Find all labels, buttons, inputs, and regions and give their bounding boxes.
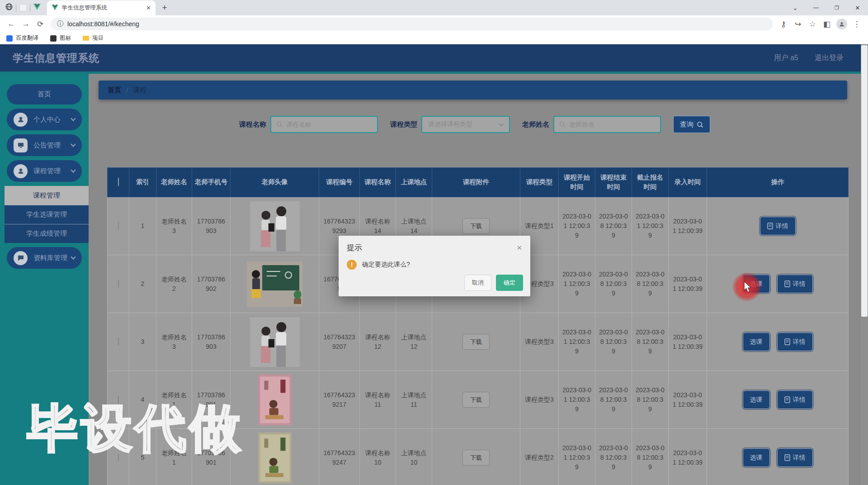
- pinned-tab-blank[interactable]: [19, 4, 27, 11]
- forward-icon[interactable]: →: [19, 17, 33, 31]
- detail-button[interactable]: 详情: [760, 217, 796, 235]
- col-teacher-name: 老师姓名: [156, 168, 192, 197]
- window-restore-icon[interactable]: ❐: [826, 5, 847, 11]
- col-type: 课程类型: [520, 168, 559, 197]
- window-close-icon[interactable]: ✕: [847, 5, 868, 11]
- detail-button[interactable]: 详情: [777, 275, 813, 293]
- col-deadline: 截止报名时间: [632, 168, 669, 197]
- icons-bookmark-icon: [50, 35, 57, 42]
- browser-tab-strip: 学生信息管理系统 ✕ + ⌄ — ❐ ✕: [0, 0, 868, 15]
- side-panel-icon[interactable]: ◧: [820, 17, 834, 31]
- col-created: 录入时间: [669, 168, 707, 197]
- download-button[interactable]: 下载: [462, 450, 490, 466]
- select-course-button[interactable]: 选课: [743, 390, 770, 409]
- filter-bar: 课程名称 课程类型 请选择课程类型 老师姓名 查询: [239, 115, 710, 133]
- vue-favicon: [52, 4, 58, 12]
- dialog-message: 确定要选此课么?: [362, 261, 410, 269]
- col-teacher-phone: 老师手机号: [192, 168, 231, 197]
- row-checkbox[interactable]: [118, 280, 119, 288]
- chevron-down-icon: [499, 121, 504, 126]
- pinned-tab-vue-icon[interactable]: [33, 4, 41, 12]
- bookmark-baidu-translate[interactable]: 百度翻译: [6, 34, 38, 42]
- detail-button[interactable]: 详情: [777, 390, 813, 409]
- col-actions: 操作: [707, 168, 849, 197]
- detail-button[interactable]: 详情: [777, 448, 813, 467]
- search-icon: [697, 121, 703, 128]
- address-bar[interactable]: ⓘ localhost:8081/#/kecheng: [51, 18, 773, 30]
- document-icon: [784, 454, 790, 461]
- col-end-time: 课程结束时间: [595, 168, 632, 197]
- select-course-button[interactable]: 选课: [743, 333, 770, 351]
- reload-icon[interactable]: ⟳: [33, 17, 47, 31]
- course-name-label: 课程名称: [239, 120, 266, 129]
- cancel-button[interactable]: 取消: [464, 275, 491, 291]
- select-all-checkbox[interactable]: [118, 178, 119, 186]
- col-course-no: 课程编号: [319, 168, 360, 197]
- document-icon: [784, 396, 790, 403]
- course-name-input[interactable]: [286, 121, 372, 128]
- submenu-student-grades[interactable]: 学生成绩管理: [5, 224, 89, 243]
- breadcrumb-home[interactable]: 首页: [108, 86, 121, 95]
- row-checkbox[interactable]: [118, 338, 119, 346]
- scrollbar-thumb[interactable]: [861, 45, 868, 317]
- download-button[interactable]: 下载: [462, 218, 490, 234]
- teacher-name-input[interactable]: [569, 121, 655, 128]
- site-info-icon[interactable]: ⓘ: [57, 20, 63, 28]
- password-key-icon[interactable]: ⚷: [777, 17, 790, 31]
- scrollbar[interactable]: [861, 44, 868, 485]
- download-button[interactable]: 下载: [462, 392, 490, 408]
- sidebar-item-personal-center[interactable]: 个人中心: [7, 109, 82, 130]
- search-button[interactable]: 查询: [673, 116, 710, 133]
- teacher-name-label: 老师姓名: [522, 120, 549, 129]
- database-icon: [14, 251, 28, 265]
- detail-button[interactable]: 详情: [777, 333, 813, 351]
- download-button[interactable]: 下载: [462, 334, 490, 350]
- document-icon: [784, 338, 790, 345]
- folder-icon: [83, 36, 89, 41]
- col-start-time: 课程开始时间: [559, 168, 595, 197]
- sidebar-item-home[interactable]: 首页: [7, 84, 82, 105]
- logout-link[interactable]: 退出登录: [815, 53, 844, 63]
- sidebar-item-course-management[interactable]: 课程管理: [7, 160, 82, 182]
- browser-tab-active[interactable]: 学生信息管理系统 ✕: [47, 0, 156, 15]
- new-tab-button[interactable]: +: [158, 3, 171, 13]
- col-attachment: 课程附件: [432, 168, 520, 197]
- course-type-placeholder: 请选择课程类型: [428, 120, 472, 128]
- url-text[interactable]: localhost:8081/#/kecheng: [67, 20, 139, 28]
- globe-extension-icon[interactable]: [5, 3, 13, 12]
- current-user-label[interactable]: 用户 a5: [774, 53, 798, 63]
- chevron-down-icon: [71, 142, 75, 147]
- app-header: 学生信息管理系统 用户 a5 退出登录: [0, 44, 868, 74]
- teacher-name-field: [553, 116, 661, 133]
- window-minimize-icon[interactable]: —: [806, 5, 826, 11]
- back-icon[interactable]: ←: [5, 17, 18, 31]
- table-header-row: 索引 老师姓名 老师手机号 老师头像 课程编号 课程名称 上课地点 课程附件 课…: [108, 168, 849, 197]
- document-icon: [784, 281, 790, 287]
- select-course-button[interactable]: 选课: [743, 448, 770, 467]
- submenu-course-management[interactable]: 课程管理: [5, 186, 89, 205]
- tab-close-icon[interactable]: ✕: [146, 5, 151, 11]
- translate-icon: [6, 35, 13, 42]
- tab-separator: [30, 4, 30, 12]
- chevron-down-icon: [71, 167, 75, 172]
- bookmark-project[interactable]: 项目: [83, 34, 104, 42]
- search-icon: [276, 121, 283, 128]
- course-type-select[interactable]: 请选择课程类型: [421, 116, 510, 133]
- browser-menu-icon[interactable]: ⋮: [850, 17, 863, 31]
- bookmark-star-icon[interactable]: ☆: [806, 17, 819, 31]
- bookmark-icons[interactable]: 图标: [50, 34, 71, 42]
- dialog-close-icon[interactable]: ✕: [516, 244, 522, 252]
- sidebar-item-announcements[interactable]: 公告管理: [7, 134, 82, 156]
- row-checkbox[interactable]: [118, 222, 119, 230]
- course-submenu: 课程管理 学生选课管理 学生成绩管理: [5, 186, 89, 243]
- confirm-button[interactable]: 确定: [496, 275, 523, 291]
- chevron-down-icon: [71, 254, 75, 259]
- share-icon[interactable]: ↪: [791, 17, 805, 31]
- table-row: 3 老师姓名3 17703786903 1677643239207 课程名称12…: [108, 313, 849, 371]
- monitor-icon: [14, 138, 28, 152]
- window-menu-icon[interactable]: ⌄: [785, 5, 806, 11]
- tab-separator: [16, 4, 16, 12]
- sidebar-item-library[interactable]: 资料库管理: [7, 247, 82, 269]
- submenu-student-course-selection[interactable]: 学生选课管理: [5, 205, 89, 224]
- profile-avatar[interactable]: [836, 19, 847, 29]
